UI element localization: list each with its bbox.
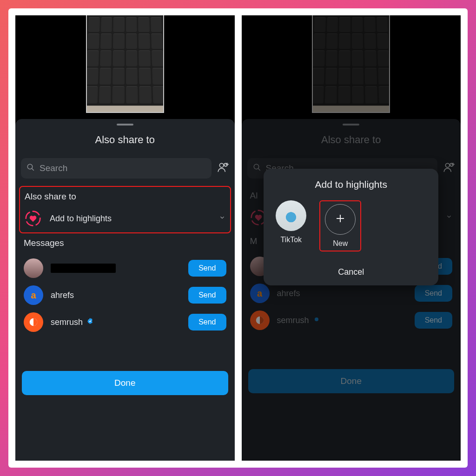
search-input[interactable]: Search [21, 158, 212, 178]
verified-badge-icon [86, 317, 94, 327]
add-people-icon [443, 161, 455, 175]
avatar: a [250, 284, 270, 303]
add-people-icon[interactable] [217, 161, 229, 175]
svg-point-3 [224, 163, 227, 166]
svg-point-11 [450, 163, 453, 166]
avatar: a [24, 285, 43, 305]
contact-name [51, 264, 181, 273]
avatar [250, 311, 270, 330]
list-item[interactable]: a ahrefs Send [24, 282, 226, 309]
svg-point-0 [27, 164, 33, 169]
chevron-down-icon [446, 213, 452, 222]
send-button[interactable]: Send [188, 260, 226, 277]
svg-point-2 [219, 163, 224, 167]
sheet-title: Also share to [15, 134, 235, 146]
keyboard-photo [86, 15, 164, 106]
add-highlights-modal: Add to highlights TikTok New Cancel [264, 169, 438, 285]
list-item: semrush Send [250, 307, 453, 334]
add-to-highlights-row[interactable]: Add to highlights [25, 210, 225, 227]
chevron-down-icon [219, 214, 225, 223]
share-section-label: Also share to [25, 192, 225, 202]
search-icon [26, 163, 35, 174]
highlight-label: TikTok [280, 236, 302, 244]
done-button[interactable]: Done [22, 371, 228, 395]
plus-icon [335, 213, 346, 226]
sheet-grabber[interactable] [117, 124, 133, 126]
send-button[interactable]: Send [188, 314, 226, 331]
tutorial-frame: Also share to Search Also share to [8, 8, 468, 468]
send-button: Send [415, 285, 452, 302]
contact-name: semrush [277, 316, 407, 325]
list-item[interactable]: semrush Send [24, 309, 226, 336]
share-sheet: Also share to Search Also share to [15, 119, 235, 461]
add-highlights-label: Add to highlights [50, 214, 211, 224]
highlight-options: TikTok New [273, 200, 429, 255]
new-highlight-circle [325, 204, 356, 235]
highlights-heart-icon [25, 210, 41, 227]
send-button[interactable]: Send [188, 287, 226, 304]
highlight-label: New [333, 239, 348, 248]
sheet-title: Also share to [242, 134, 461, 146]
story-preview-photo [312, 15, 390, 113]
contact-name: semrush [51, 317, 181, 327]
done-button: Done [248, 369, 455, 393]
modal-title: Add to highlights [273, 179, 429, 190]
sheet-grabber [343, 124, 359, 126]
svg-line-9 [258, 168, 260, 171]
svg-point-16 [315, 317, 318, 321]
messages-section-label: Messages [24, 238, 226, 248]
contact-name: ahrefs [51, 291, 181, 300]
search-icon [253, 163, 261, 174]
phone-right: Also share to Search Al [242, 15, 461, 461]
send-button: Send [415, 312, 452, 329]
svg-point-8 [254, 164, 259, 169]
messages-list: Send a ahrefs Send semrush [15, 255, 235, 336]
svg-point-10 [445, 163, 450, 167]
highlight-new-callout[interactable]: New [319, 200, 361, 251]
phone-left: Also share to Search Also share to [15, 15, 235, 461]
avatar [24, 258, 43, 278]
cancel-button[interactable]: Cancel [273, 267, 429, 277]
highlight-thumb [276, 200, 306, 231]
highlight-callout: Also share to Add to highlights [19, 186, 231, 233]
verified-badge-icon [313, 316, 320, 325]
story-preview-photo [86, 15, 164, 113]
list-item[interactable]: Send [24, 255, 226, 282]
search-placeholder: Search [40, 163, 67, 173]
avatar [24, 312, 43, 332]
contact-name: ahrefs [277, 289, 407, 298]
highlight-existing-tiktok[interactable]: TikTok [276, 200, 306, 251]
redacted-name [51, 264, 116, 273]
svg-line-1 [32, 168, 34, 171]
keyboard-photo [312, 15, 390, 106]
